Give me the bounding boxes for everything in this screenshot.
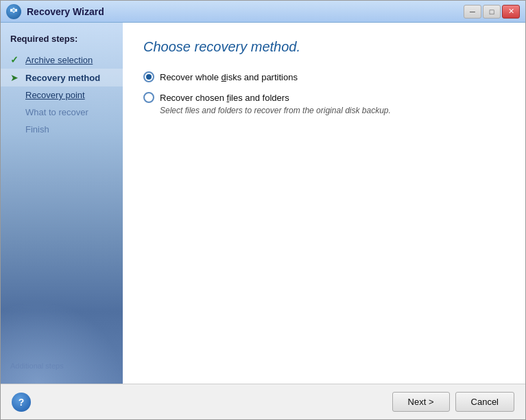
wizard-footer: ? Next > Cancel (1, 384, 525, 419)
what-to-recover-label: What to recover (25, 107, 88, 117)
recovery-point-label: Recovery point (25, 90, 85, 100)
additional-steps-label: Additional steps (10, 362, 64, 370)
minimize-button[interactable]: ─ (464, 5, 481, 19)
option-whole-disks-label: Recover whole disks and partitions (160, 72, 298, 82)
finish-label: Finish (25, 124, 49, 135)
sidebar-item-what-to-recover: What to recover (1, 104, 123, 121)
close-button[interactable]: ✕ (502, 5, 520, 19)
required-steps-label: Required steps: (1, 34, 123, 51)
radio-whole-disks[interactable] (143, 71, 154, 82)
app-icon (6, 4, 21, 19)
footer-buttons: Next > Cancel (392, 392, 514, 412)
checkmark-icon: ✓ (10, 54, 21, 65)
svg-point-0 (12, 9, 15, 12)
option-files-folders-label: Recover chosen files and folders (160, 93, 289, 103)
sidebar-item-recovery-point[interactable]: Recovery point (1, 86, 123, 104)
wizard-body: Required steps: ✓ Archive selection ➤ Re… (1, 23, 525, 384)
sidebar-item-finish: Finish (1, 121, 123, 138)
help-icon[interactable]: ? (12, 393, 31, 412)
recovery-method-label: Recovery method (25, 73, 100, 83)
main-panel: Choose recovery method. Recover whole di… (123, 23, 525, 384)
option-files-folders-row: Recover chosen files and folders (143, 92, 505, 103)
maximize-button[interactable]: □ (483, 5, 501, 19)
cancel-button[interactable]: Cancel (455, 392, 514, 412)
option-files-folders-desc: Select files and folders to recover from… (160, 106, 505, 115)
radio-files-folders[interactable] (143, 92, 154, 103)
window-controls: ─ □ ✕ (464, 5, 520, 19)
sidebar-item-recovery-method[interactable]: ➤ Recovery method (1, 69, 123, 86)
title-bar: Recovery Wizard ─ □ ✕ (1, 1, 525, 23)
sidebar: Required steps: ✓ Archive selection ➤ Re… (1, 23, 123, 384)
window-title: Recovery Wizard (27, 6, 458, 17)
sidebar-item-archive-selection[interactable]: ✓ Archive selection (1, 51, 123, 69)
wizard-window: Recovery Wizard ─ □ ✕ Required steps: ✓ … (0, 0, 526, 420)
page-title: Choose recovery method. (143, 39, 505, 55)
next-button[interactable]: Next > (392, 392, 450, 412)
option-files-folders: Recover chosen files and folders Select … (143, 92, 505, 115)
arrow-icon: ➤ (10, 72, 21, 83)
option-list: Recover whole disks and partitions Recov… (143, 71, 505, 115)
option-whole-disks: Recover whole disks and partitions (143, 71, 505, 82)
archive-selection-label: Archive selection (25, 55, 93, 65)
footer-left: ? (12, 393, 31, 412)
option-whole-disks-row: Recover whole disks and partitions (143, 71, 505, 82)
